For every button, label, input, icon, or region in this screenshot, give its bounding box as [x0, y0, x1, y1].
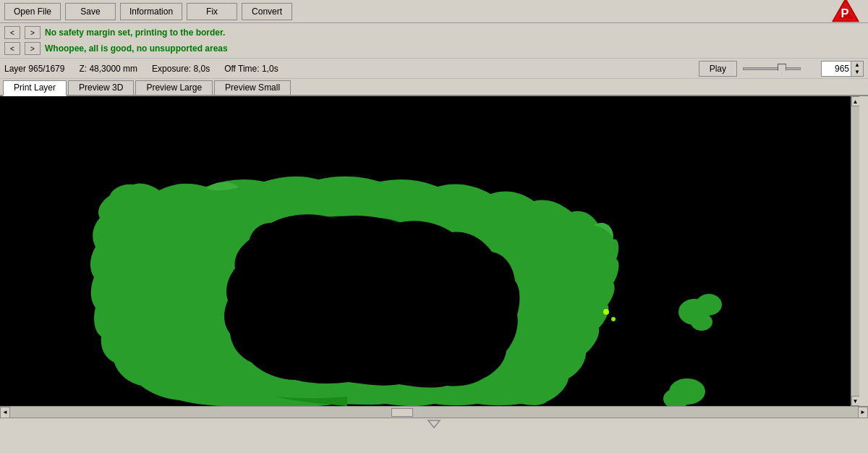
layer-number-field[interactable] [822, 63, 851, 75]
handle-icon [427, 419, 441, 429]
off-time-info: Off Time: 1,0s [224, 64, 278, 74]
scroll-up-arrow[interactable]: ▲ [851, 96, 860, 106]
svg-marker-12 [428, 420, 440, 428]
view-tabs: Print Layer Preview 3D Preview Large Pre… [0, 79, 868, 96]
message-text-2: Whoopee, all is good, no unsupported are… [45, 43, 228, 54]
horizontal-scrollbar[interactable]: ◄ ► [0, 406, 868, 418]
message-row-1: < > No safety margin set, printing to th… [4, 25, 864, 41]
svg-point-6 [696, 294, 722, 316]
svg-text:P: P [841, 7, 849, 20]
play-button[interactable]: Play [699, 61, 737, 77]
svg-point-7 [691, 313, 712, 331]
message-row-2: < > Whoopee, all is good, no unsupported… [4, 41, 864, 56]
status-bar: Layer 965/1679 Z: 48,3000 mm Exposure: 8… [0, 59, 868, 79]
z-info: Z: 48,3000 mm [79, 64, 137, 74]
layer-spinner: ▲ ▼ [851, 62, 863, 76]
msg-next-1[interactable]: > [25, 26, 41, 39]
scroll-track-vertical[interactable] [851, 106, 859, 396]
convert-button[interactable]: Convert [242, 3, 292, 20]
scroll-down-arrow[interactable]: ▼ [851, 396, 860, 406]
msg-prev-1[interactable]: < [4, 26, 20, 39]
layer-visualization [0, 96, 859, 406]
layer-decrement-button[interactable]: ▼ [851, 69, 863, 76]
layer-slider[interactable] [743, 67, 815, 70]
slider-thumb[interactable] [778, 64, 786, 74]
play-controls: Play ▲ ▼ [699, 61, 864, 77]
layer-increment-button[interactable]: ▲ [851, 62, 863, 69]
scroll-track-horizontal[interactable] [10, 407, 858, 418]
content-area: ▲ ▼ ◄ ► [0, 96, 868, 453]
open-file-button[interactable]: Open File [4, 3, 61, 20]
svg-point-10 [603, 309, 609, 315]
tab-preview-small[interactable]: Preview Small [214, 80, 291, 95]
msg-prev-2[interactable]: < [4, 42, 20, 55]
layer-info: Layer 965/1679 [4, 64, 64, 74]
save-button[interactable]: Save [65, 3, 116, 20]
scroll-thumb-horizontal[interactable] [391, 408, 413, 417]
message-text-1: No safety margin set, printing to the bo… [45, 27, 225, 38]
tab-preview-3d[interactable]: Preview 3D [68, 80, 134, 95]
svg-point-11 [611, 317, 616, 321]
msg-next-2[interactable]: > [25, 42, 41, 55]
information-button[interactable]: Information [120, 3, 182, 20]
scroll-right-arrow[interactable]: ► [858, 407, 868, 418]
app-logo: P [827, 0, 864, 30]
tab-preview-large[interactable]: Preview Large [135, 80, 213, 95]
view-wrapper: ▲ ▼ ◄ ► [0, 96, 868, 453]
scroll-left-arrow[interactable]: ◄ [0, 407, 10, 418]
messages-panel: < > No safety margin set, printing to th… [0, 23, 868, 59]
print-layer-canvas: ▲ ▼ [0, 96, 859, 406]
slider-track[interactable] [743, 67, 801, 70]
toolbar: Open File Save Information Fix Convert P [0, 0, 868, 23]
fix-button[interactable]: Fix [187, 3, 237, 20]
vertical-scrollbar[interactable]: ▲ ▼ [851, 96, 859, 406]
exposure-info: Exposure: 8,0s [152, 64, 210, 74]
tab-print-layer[interactable]: Print Layer [3, 80, 67, 96]
layer-number-input[interactable]: ▲ ▼ [821, 61, 864, 77]
resize-handle[interactable] [0, 418, 868, 429]
